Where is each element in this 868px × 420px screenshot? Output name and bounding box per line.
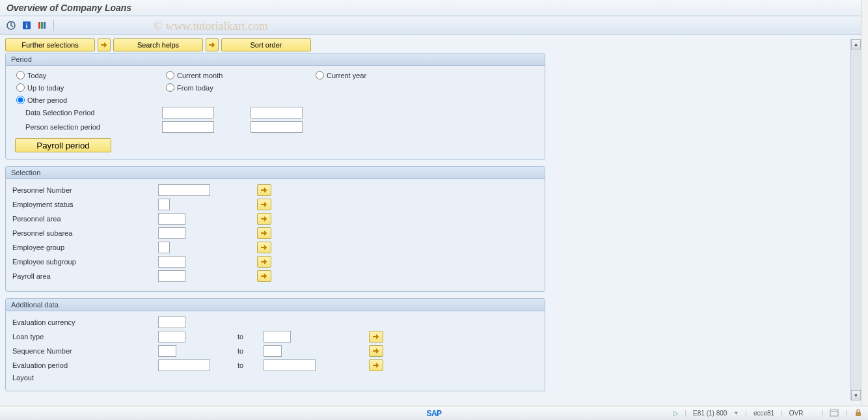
period-group-title: Period (6, 53, 545, 66)
scroll-track[interactable] (851, 49, 861, 390)
eval-period-label: Evaluation period (12, 361, 158, 369)
person-selection-to-input[interactable] (251, 121, 303, 133)
svg-rect-4 (41, 22, 43, 29)
selection-field-label: Employee subgroup (12, 258, 158, 266)
loan-type-multi-button[interactable] (369, 331, 383, 343)
data-selection-label: Data Selection Period (25, 109, 162, 117)
sort-order-button[interactable]: Sort order (221, 38, 311, 51)
arrow-right-icon (372, 348, 380, 354)
loan-type-to-input[interactable] (264, 331, 291, 343)
eval-period-to-input[interactable] (264, 359, 316, 371)
selection-row: Employment status (12, 199, 538, 210)
selection-row: Employee group (12, 242, 538, 253)
variant-icon[interactable] (36, 20, 48, 31)
eval-currency-label: Evaluation currency (12, 318, 158, 326)
arrow-right-icon (208, 42, 216, 48)
eval-period-multi-button[interactable] (369, 359, 383, 371)
data-selection-from-input[interactable] (162, 107, 214, 119)
sequence-to-input[interactable] (264, 345, 282, 357)
selection-row: Personnel subarea (12, 227, 538, 239)
main-canvas: Further selections Search helps Sort ord… (0, 35, 868, 402)
status-nav-icon[interactable]: ▷ (673, 410, 679, 417)
additional-group-title: Additional data (6, 299, 545, 311)
arrow-right-icon (372, 333, 380, 340)
to-label: to (237, 333, 264, 341)
multiple-selection-button[interactable] (257, 199, 271, 210)
selection-field-input[interactable] (158, 227, 185, 239)
selection-row: Personnel Number (12, 184, 538, 196)
radio-current-year[interactable]: Current year (316, 71, 413, 79)
vertical-scrollbar[interactable]: ▲ ▼ (850, 39, 861, 400)
person-selection-label: Person selection period (25, 123, 162, 131)
scroll-down-button[interactable]: ▼ (851, 390, 861, 400)
loan-type-label: Loan type (12, 333, 158, 341)
radio-today[interactable]: Today (16, 71, 114, 79)
selection-group: Selection Personnel NumberEmployment sta… (5, 166, 545, 292)
multiple-selection-button[interactable] (257, 184, 271, 196)
selection-field-input[interactable] (158, 270, 185, 282)
svg-rect-6 (830, 410, 838, 416)
search-helps-button[interactable]: Search helps (113, 38, 203, 51)
multiple-selection-button[interactable] (257, 242, 271, 253)
multiple-selection-button[interactable] (257, 213, 271, 225)
layout-label: Layout (12, 374, 158, 382)
status-bar: SAP ▷ | E81 (1) 800 ▼ | ecce81 | OVR | | (0, 406, 868, 420)
selection-field-label: Personnel subarea (12, 229, 158, 237)
multiple-selection-button[interactable] (257, 256, 271, 268)
multiple-selection-button[interactable] (257, 227, 271, 239)
selection-row: Personnel area (12, 213, 538, 225)
status-server: ecce81 (753, 410, 774, 417)
selection-group-title: Selection (6, 167, 545, 179)
status-mode: OVR (789, 410, 804, 417)
right-gutter (861, 0, 868, 406)
svg-rect-5 (44, 22, 46, 29)
to-label: to (237, 361, 264, 369)
selection-field-input[interactable] (158, 213, 185, 225)
selection-field-label: Payroll area (12, 272, 158, 280)
page-title: Overview of Company Loans (0, 0, 868, 16)
radio-other-period[interactable]: Other period (16, 96, 67, 104)
status-system[interactable]: E81 (1) 800 (693, 410, 727, 417)
page-title-text: Overview of Company Loans (7, 3, 131, 13)
selection-field-input[interactable] (158, 256, 185, 268)
sap-logo: SAP (426, 409, 441, 418)
selection-field-label: Personnel area (12, 215, 158, 223)
sequence-from-input[interactable] (158, 345, 176, 357)
radio-current-month[interactable]: Current month (166, 71, 264, 79)
sequence-multi-button[interactable] (369, 345, 383, 357)
to-label: To (214, 109, 251, 117)
scroll-up-button[interactable]: ▲ (851, 39, 861, 49)
eval-currency-input[interactable] (158, 316, 185, 328)
selection-field-label: Personnel Number (12, 186, 158, 194)
sort-order-arrow-button[interactable] (206, 38, 219, 51)
person-selection-from-input[interactable] (162, 121, 214, 133)
eval-period-from-input[interactable] (158, 359, 210, 371)
app-toolbar: i (0, 16, 868, 35)
payroll-period-button[interactable]: Payroll period (15, 138, 111, 152)
to-label: to (237, 347, 264, 355)
selection-field-input[interactable] (158, 184, 210, 196)
lock-icon[interactable] (854, 408, 863, 419)
toolbar-separator (53, 20, 54, 31)
execute-icon[interactable] (5, 20, 17, 31)
svg-text:i: i (25, 21, 27, 29)
further-selections-button[interactable]: Further selections (5, 38, 95, 51)
additional-data-group: Additional data Evaluation currency Loan… (5, 298, 545, 391)
loan-type-from-input[interactable] (158, 331, 185, 343)
arrow-right-icon (372, 362, 380, 369)
period-group: Period Today Current month Current year … (5, 53, 545, 160)
info-icon[interactable]: i (21, 20, 33, 31)
dropdown-icon[interactable]: ▼ (733, 410, 739, 416)
radio-up-to-today[interactable]: Up to today (16, 83, 114, 92)
data-selection-to-input[interactable] (251, 107, 303, 119)
svg-rect-8 (856, 412, 861, 416)
multiple-selection-button[interactable] (257, 270, 271, 282)
search-helps-arrow-button[interactable] (98, 38, 111, 51)
selection-field-input[interactable] (158, 242, 170, 253)
selection-field-input[interactable] (158, 199, 170, 210)
arrow-right-icon (100, 42, 108, 48)
layout-icon[interactable] (830, 409, 839, 418)
sequence-number-label: Sequence Number (12, 347, 158, 355)
to-label: To (214, 123, 251, 131)
radio-from-today[interactable]: From today (166, 83, 264, 92)
